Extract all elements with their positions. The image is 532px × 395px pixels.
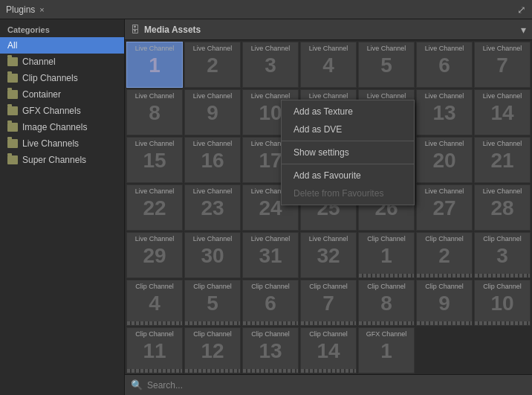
grid-cell[interactable]: Clip Channel6 xyxy=(242,280,299,326)
grid-cell[interactable]: Clip Channel12 xyxy=(184,327,241,373)
grid-cell[interactable]: Live Channel3 xyxy=(242,42,299,88)
cell-number: 3 xyxy=(496,245,508,266)
grid-cell[interactable]: Live Channel14 xyxy=(474,89,531,135)
grid-cell[interactable]: GFX Channel1 xyxy=(358,327,415,373)
grid-cell[interactable]: Live Channel9 xyxy=(184,89,241,135)
cell-number: 13 xyxy=(259,341,282,362)
cell-label: Live Channel xyxy=(244,234,296,244)
grid-cell[interactable]: Live Channel23 xyxy=(184,184,241,231)
title-bar-close[interactable]: × xyxy=(39,5,44,14)
context-menu-item-delete-favourite: Delete from Favourites xyxy=(282,184,414,202)
grid-cell[interactable]: Clip Channel14 xyxy=(300,327,357,373)
sidebar-item-super-channels[interactable]: Super Channels xyxy=(0,152,124,168)
sidebar-item-label: All xyxy=(7,40,17,51)
cell-number: 6 xyxy=(265,293,276,314)
folder-icon xyxy=(7,90,18,99)
cell-label: Clip Channel xyxy=(302,282,354,292)
filmstrip-decoration xyxy=(185,369,240,373)
cell-number: 6 xyxy=(438,55,450,76)
grid-cell[interactable]: Live Channel31 xyxy=(242,232,299,278)
context-menu-item-add-texture[interactable]: Add as Texture xyxy=(282,103,414,121)
sidebar-item-clip-channels[interactable]: Clip Channels xyxy=(0,70,124,86)
grid-cell[interactable]: Clip Channel1 xyxy=(358,232,415,278)
grid-cell[interactable]: Clip Channel5 xyxy=(184,280,241,326)
grid-cell[interactable]: Clip Channel4 xyxy=(126,280,183,326)
grid-cell[interactable]: Clip Channel7 xyxy=(300,280,357,326)
grid-cell[interactable]: Live Channel5 xyxy=(358,42,415,88)
cell-label: Clip Channel xyxy=(244,282,296,292)
cell-label: Live Channel xyxy=(418,44,470,54)
filmstrip-decoration xyxy=(417,274,472,277)
context-menu-item-show-settings[interactable]: Show settings xyxy=(282,144,414,161)
cell-label: Live Channel xyxy=(186,91,239,101)
grid-cell[interactable]: Clip Channel11 xyxy=(126,327,183,373)
filmstrip-decoration xyxy=(301,369,356,373)
folder-icon xyxy=(7,106,18,115)
cell-number: 31 xyxy=(259,245,282,266)
cell-number: 4 xyxy=(149,293,160,314)
sidebar-item-image-channels[interactable]: Image Channels xyxy=(0,119,124,135)
grid-cell[interactable]: Live Channel28 xyxy=(474,184,531,231)
grid-cell[interactable]: Live Channel1 xyxy=(126,42,183,88)
grid-cell[interactable]: Live Channel20 xyxy=(416,137,473,183)
sidebar-item-all[interactable]: All xyxy=(0,37,124,54)
search-input[interactable] xyxy=(147,380,526,391)
grid-cell[interactable]: Live Channel21 xyxy=(474,137,531,183)
cell-number: 8 xyxy=(380,293,392,314)
cell-number: 22 xyxy=(143,198,166,219)
sidebar-item-label: Super Channels xyxy=(22,155,86,165)
sidebar-item-channel[interactable]: Channel xyxy=(0,54,124,70)
grid-cell[interactable]: Clip Channel10 xyxy=(474,280,531,326)
cell-number: 5 xyxy=(207,293,218,314)
cell-label: Live Channel xyxy=(186,234,239,244)
grid-cell[interactable]: Live Channel4 xyxy=(300,42,357,88)
content-header-icon: 🗄 xyxy=(131,25,140,35)
grid-cell[interactable]: Clip Channel9 xyxy=(416,280,473,326)
sidebar-item-label: Clip Channels xyxy=(22,73,78,83)
cell-label: Live Channel xyxy=(244,44,296,54)
grid-cell[interactable]: Live Channel2 xyxy=(184,42,241,88)
grid-cell[interactable]: Live Channel30 xyxy=(184,232,241,278)
cell-label: Clip Channel xyxy=(360,282,412,292)
cell-label: Live Channel xyxy=(129,187,181,196)
grid-cell[interactable]: Clip Channel8 xyxy=(358,280,415,326)
grid-cell[interactable]: Live Channel8 xyxy=(126,89,183,135)
filmstrip-decoration xyxy=(301,321,356,325)
grid-cell[interactable]: Live Channel16 xyxy=(184,137,241,183)
cell-label: Clip Channel xyxy=(186,282,239,292)
grid-cell[interactable]: Live Channel22 xyxy=(126,184,183,231)
sidebar: Categories AllChannelClip ChannelsContai… xyxy=(0,19,125,395)
context-menu: Add as TextureAdd as DVEShow settingsAdd… xyxy=(281,100,415,205)
context-menu-item-add-favourite[interactable]: Add as Favourite xyxy=(282,167,414,184)
cell-label: Live Channel xyxy=(302,44,354,54)
grid-cell[interactable]: Live Channel27 xyxy=(416,184,473,231)
grid-cell[interactable]: Live Channel13 xyxy=(416,89,473,135)
sidebar-item-gfx-channels[interactable]: GFX Channels xyxy=(0,103,124,119)
grid-cell[interactable]: Clip Channel13 xyxy=(242,327,299,373)
grid-cell[interactable]: Clip Channel2 xyxy=(416,232,473,278)
grid-cell[interactable]: Live Channel32 xyxy=(300,232,357,278)
dropdown-arrow-icon[interactable]: ▾ xyxy=(521,24,526,36)
grid-cell[interactable]: Live Channel6 xyxy=(416,42,473,88)
grid-cell[interactable]: Live Channel7 xyxy=(474,42,531,88)
expand-icon[interactable]: ⤢ xyxy=(517,4,526,16)
filmstrip-decoration xyxy=(243,369,298,373)
cell-label: Live Channel xyxy=(360,44,412,54)
cell-number: 23 xyxy=(201,198,224,219)
cell-label: Live Channel xyxy=(476,91,528,101)
cell-number: 14 xyxy=(317,341,340,362)
grid-cell[interactable]: Live Channel29 xyxy=(126,232,183,278)
cell-label: Live Channel xyxy=(186,187,239,196)
context-menu-item-add-dve[interactable]: Add as DVE xyxy=(282,121,414,138)
grid-cell[interactable]: Live Channel15 xyxy=(126,137,183,183)
cell-label: Live Channel xyxy=(186,139,239,149)
cell-label: Live Channel xyxy=(418,187,470,196)
sidebar-item-live-channels[interactable]: Live Channels xyxy=(0,135,124,152)
filmstrip-decoration xyxy=(127,321,182,325)
cell-label: Clip Channel xyxy=(129,282,181,292)
asset-grid: Live Channel1Live Channel2Live Channel3L… xyxy=(125,40,532,374)
grid-cell[interactable]: Clip Channel3 xyxy=(474,232,531,278)
sidebar-item-container[interactable]: Container xyxy=(0,86,124,103)
cell-label: Clip Channel xyxy=(129,330,181,339)
content-area: 🗄 Media Assets ▾ Live Channel1Live Chann… xyxy=(125,19,532,395)
